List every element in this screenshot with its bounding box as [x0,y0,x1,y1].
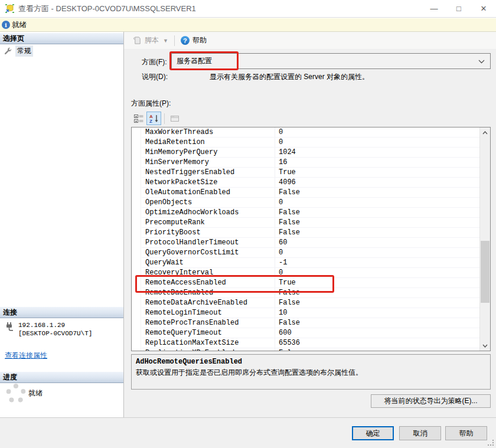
property-grid-gutter [132,127,141,351]
categorized-button[interactable] [131,112,146,125]
table-row[interactable]: ProtocolHandlerTimeout 60 [142,238,479,248]
property-value: True [275,278,479,287]
help-button[interactable]: 帮助 [445,426,487,440]
connection-icon [5,322,14,331]
view-facets-icon [5,4,15,14]
minibar-separator [164,113,165,124]
ok-button[interactable]: 确定 [352,426,394,440]
scrollbar-thumb[interactable] [481,241,490,303]
main-panel: 脚本 ▼ ? 帮助 方面(F): 服务器配置 说明(D): 显示有关服务器的配置… [124,32,496,417]
property-value: False [275,228,479,237]
status-bar: i 就绪 [0,18,496,32]
help-toolbar-label: 帮助 [192,35,207,45]
table-row[interactable]: MinMemoryPerQuery 1024 [142,148,479,158]
table-row[interactable]: MinServerMemory 16 [142,158,479,168]
progress-status: 就绪 [28,388,43,398]
property-value: False [275,318,479,328]
table-row[interactable]: MediaRetention 0 [142,138,479,148]
title-bar: 查看方面 - DESKTOP-0CVOD7U\MSSQLSERVER1 — □ … [0,0,496,18]
sidebar-item-general[interactable]: 常规 [4,45,33,57]
alphabetical-sort-button[interactable]: A Z [146,112,161,125]
facet-properties-label: 方面属性(P): [131,99,171,109]
connection-user: [DESKTOP-0CVOD7U\T] [18,329,92,338]
table-row[interactable]: OptimizeAdhocWorkloads False [142,208,479,218]
property-name: RemoteAccessEnabled [142,279,275,287]
table-row[interactable]: QueryGovernorCostLimit 0 [142,248,479,258]
property-value: 60 [275,238,479,247]
script-label: 脚本 [145,35,159,45]
table-row[interactable]: MaxWorkerThreads 0 [142,127,479,138]
property-pages-button[interactable] [167,112,182,125]
table-row[interactable]: RemoteDataArchiveEnabled False [142,298,479,308]
property-grid-rows: MaxWorkerThreads 0 MediaRetention 0 MinM… [142,127,479,351]
maximize-button[interactable]: □ [446,0,471,18]
table-row[interactable]: OleAutomationEnabled False [142,188,479,198]
facet-description: 显示有关服务器的配置设置的 Server 对象的属性。 [210,72,369,82]
resize-grip[interactable] [488,440,494,446]
table-row[interactable]: PriorityBoost False [142,228,479,238]
property-name: OpenObjects [142,198,275,207]
property-value: 0 [275,248,479,257]
progress-header: 进度 [0,372,123,383]
property-name: NetworkPacketSize [142,178,275,187]
table-row[interactable]: RemoteQueryTimeout 600 [142,328,479,338]
property-value: 0 [275,138,479,147]
table-row[interactable]: OpenObjects 0 [142,198,479,208]
progress-spinner-icon [6,384,26,404]
status-text: 就绪 [12,20,27,30]
sidebar: 选择页 常规 连接 192.168.1.29 [DESKTOP-0CVOD7U\… [0,32,124,417]
property-name: QueryGovernorCostLimit [142,248,275,257]
property-name: OleAutomationEnabled [142,188,275,197]
close-button[interactable]: ✕ [471,0,496,18]
help-toolbar-button[interactable]: ? 帮助 [179,34,208,47]
categorized-icon [134,114,143,123]
table-row[interactable]: QueryWait -1 [142,258,479,268]
chevron-down-icon [478,60,485,64]
table-row[interactable]: RemoteLoginTimeout 10 [142,308,479,318]
export-policy-button[interactable]: 将当前的状态导出为策略(E)... [371,394,491,408]
scroll-up-icon[interactable] [480,127,490,138]
table-row[interactable]: RemoteProcTransEnabled False [142,318,479,328]
property-name: PrecomputeRank [142,218,275,227]
sidebar-item-label: 常规 [15,45,33,57]
info-icon: i [2,21,10,29]
property-value: 0 [275,127,479,137]
help-icon: ? [181,36,190,45]
select-page-header: 选择页 [0,33,123,44]
table-row[interactable]: NetworkPacketSize 4096 [142,178,479,188]
view-connection-properties-link[interactable]: 查看连接属性 [5,351,47,361]
table-row[interactable]: ReplicationXPsEnabled False [142,348,479,351]
property-name: RemoteDataArchiveEnabled [142,299,275,307]
facet-dropdown-value: 服务器配置 [177,56,212,66]
toolbar-separator [174,35,175,46]
script-button[interactable]: 脚本 ▼ [131,34,170,47]
property-value: 16 [275,158,479,167]
dialog-toolbar: 脚本 ▼ ? 帮助 [124,32,496,50]
window-title: 查看方面 - DESKTOP-0CVOD7U\MSSQLSERVER1 [18,4,422,14]
property-name: MinMemoryPerQuery [142,148,275,156]
property-pages-icon [170,114,180,123]
table-row[interactable]: RemoteDacEnabled False [142,288,479,298]
table-row[interactable]: RemoteAccessEnabled True [142,278,479,288]
minimize-button[interactable]: — [422,0,446,18]
property-name: RemoteDacEnabled [142,289,275,297]
table-row[interactable]: ReplicationMaxTextSize 65536 [142,338,479,348]
scroll-down-icon[interactable] [480,341,490,351]
property-value: -1 [275,258,479,267]
table-row[interactable]: PrecomputeRank False [142,218,479,228]
property-value: 0 [275,268,479,277]
property-name: MinServerMemory [142,158,275,166]
table-row[interactable]: NestedTriggersEnabled True [142,168,479,178]
table-row[interactable]: RecoveryInterval 0 [142,268,479,278]
property-name: ReplicationXPsEnabled [142,349,275,351]
script-dropdown-icon[interactable]: ▼ [163,38,168,44]
property-name: OptimizeAdhocWorkloads [142,208,275,217]
script-icon [133,36,142,45]
grid-scrollbar[interactable] [479,127,490,351]
connection-header: 连接 [0,307,123,318]
detail-property-name: AdHocRemoteQueriesEnabled [136,358,486,366]
cancel-button[interactable]: 取消 [399,426,441,440]
property-name: ReplicationMaxTextSize [142,339,275,347]
facet-dropdown[interactable]: 服务器配置 [171,53,491,69]
property-value: 600 [275,328,479,338]
